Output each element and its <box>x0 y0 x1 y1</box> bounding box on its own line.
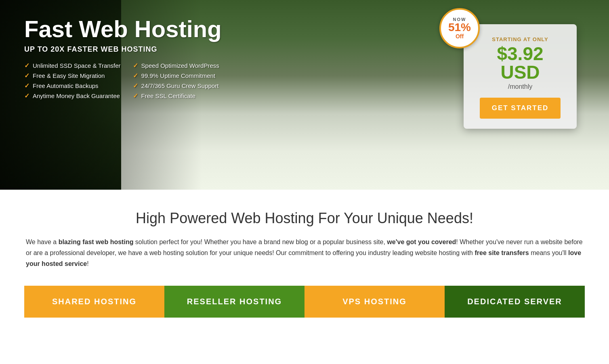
feature-1-text: Unlimited SSD Space & Transfer <box>33 62 121 69</box>
features-grid: ✓ Unlimited SSD Space & Transfer ✓ Speed… <box>24 62 229 100</box>
hero-content: Fast Web Hosting UP TO 20X FASTER WEB HO… <box>24 16 229 100</box>
badge-percent-text: 51% <box>448 22 471 33</box>
feature-5: ✓ Free Automatic Backups <box>24 82 121 90</box>
check-icon-2: ✓ <box>133 62 138 69</box>
body-part2: solution perfect for you! Whether you ha… <box>133 238 387 245</box>
body-part5: ! <box>87 260 88 267</box>
check-icon-3: ✓ <box>24 72 29 79</box>
check-icon-1: ✓ <box>24 62 29 69</box>
check-icon-4: ✓ <box>133 72 138 79</box>
body-bold2: we've got you covered <box>387 238 456 245</box>
feature-4-text: 99.9% Uptime Commitment <box>141 72 215 79</box>
check-icon-8: ✓ <box>133 92 138 100</box>
get-started-button[interactable]: GET STARTED <box>480 98 561 119</box>
hero-title: Fast Web Hosting <box>24 16 229 42</box>
check-icon-5: ✓ <box>24 82 29 90</box>
check-icon-7: ✓ <box>24 92 29 100</box>
bottom-buttons: SHARED HOSTING RESELLER HOSTING VPS HOST… <box>24 286 585 318</box>
dedicated-server-button[interactable]: DEDICATED SERVER <box>445 286 585 318</box>
price-card: STARTING AT ONLY $3.92 USD /monthly GET … <box>464 24 577 129</box>
badge-off-text: Off <box>456 33 464 40</box>
feature-5-text: Free Automatic Backups <box>33 82 99 89</box>
body-part1: We have a <box>26 238 59 245</box>
price-amount: $3.92 USD <box>480 44 561 82</box>
feature-7: ✓ Anytime Money Back Guarantee <box>24 92 121 100</box>
feature-2-text: Speed Optimized WordPress <box>141 62 219 69</box>
feature-8: ✓ Free SSL Certificate <box>133 92 229 100</box>
feature-3: ✓ Free & Easy Site Migration <box>24 72 121 79</box>
feature-6: ✓ 24/7/365 Guru Crew Support <box>133 82 229 90</box>
hero-section: Fast Web Hosting UP TO 20X FASTER WEB HO… <box>0 0 609 190</box>
price-label: STARTING AT ONLY <box>480 36 561 42</box>
feature-3-text: Free & Easy Site Migration <box>33 72 105 79</box>
feature-2: ✓ Speed Optimized WordPress <box>133 62 229 69</box>
body-part4: means you'll <box>529 249 568 256</box>
price-period: /monthly <box>480 83 561 90</box>
body-bold3: free site transfers <box>475 249 529 256</box>
feature-8-text: Free SSL Certificate <box>141 92 196 99</box>
discount-badge: NOW 51% Off <box>439 8 480 48</box>
middle-section: High Powered Web Hosting For Your Unique… <box>0 190 609 330</box>
feature-4: ✓ 99.9% Uptime Commitment <box>133 72 229 79</box>
section-heading: High Powered Web Hosting For Your Unique… <box>24 210 585 227</box>
shared-hosting-button[interactable]: SHARED HOSTING <box>24 286 164 318</box>
section-body: We have a blazing fast web hosting solut… <box>26 236 583 270</box>
vps-hosting-button[interactable]: VPS HOSTING <box>304 286 445 318</box>
feature-6-text: 24/7/365 Guru Crew Support <box>141 82 219 89</box>
body-bold1: blazing fast web hosting <box>59 238 134 245</box>
feature-7-text: Anytime Money Back Guarantee <box>33 92 120 99</box>
hero-subtitle: UP TO 20X FASTER WEB HOSTING <box>24 45 229 54</box>
feature-1: ✓ Unlimited SSD Space & Transfer <box>24 62 121 69</box>
check-icon-6: ✓ <box>133 82 138 90</box>
reseller-hosting-button[interactable]: RESELLER HOSTING <box>164 286 304 318</box>
